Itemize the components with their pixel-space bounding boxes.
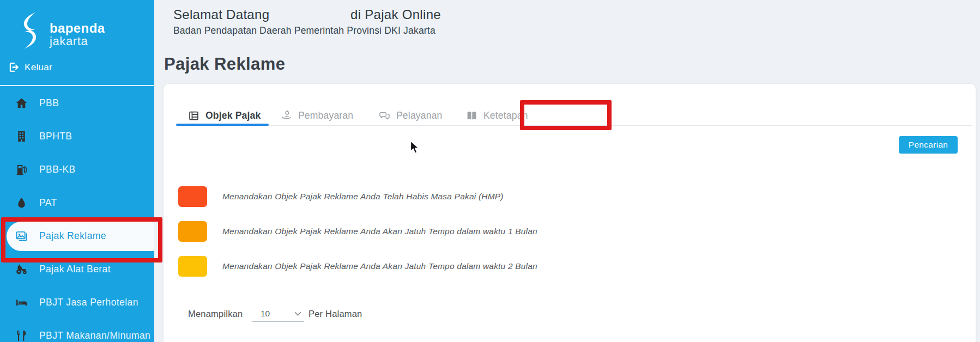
tab-bar-border — [177, 125, 972, 126]
tab-pelayanan[interactable]: Pelayanan — [379, 106, 443, 125]
sidebar-item-pbjt-jasa-perhotelan[interactable]: PBJT Jasa Perhotelan — [0, 286, 154, 319]
brand-text: bapenda jakarta — [50, 14, 105, 47]
legend-item-1-bulan: Menandakan Objek Pajak Reklame Anda Akan… — [178, 221, 537, 242]
per-page-value: 10 — [252, 309, 270, 319]
sidebar-item-pat[interactable]: PAT — [0, 186, 154, 219]
sidebar: bapenda jakarta Keluar PBB — [0, 0, 154, 342]
legend-item-hmp: Menandakan Objek Pajak Reklame Anda Tela… — [178, 186, 504, 207]
logout-label: Keluar — [25, 62, 52, 73]
logout-button[interactable]: Keluar — [8, 62, 52, 73]
brand-name-light: jakarta — [50, 35, 105, 47]
sidebar-item-label: Pajak Alat Berat — [39, 264, 111, 275]
sidebar-divider — [0, 85, 154, 86]
water-drop-icon — [15, 197, 28, 210]
sidebar-item-label: PBB — [39, 97, 59, 109]
chat-icon — [379, 110, 390, 121]
tab-ketetapan[interactable]: Ketetapan — [466, 106, 528, 125]
list-icon — [188, 110, 199, 121]
tab-pembayaran[interactable]: Pembayaran — [281, 106, 353, 125]
sidebar-item-pbjt-makanan-minuman[interactable]: PBJT Makanan/Minuman — [0, 319, 154, 342]
utensils-icon — [15, 329, 28, 342]
tab-bar: Objek Pajak Pembayaran — [164, 84, 976, 126]
app-screen: bapenda jakarta Keluar PBB — [0, 0, 980, 342]
sidebar-item-pbb-kb[interactable]: PBB-KB — [0, 153, 154, 186]
brand-name-bold: bapenda — [50, 21, 105, 35]
home-icon — [15, 97, 28, 110]
main-content: Selamat Datang di Pajak Online Badan Pen… — [154, 0, 980, 342]
page-title: Pajak Reklame — [164, 54, 285, 74]
legend-text: Menandakan Objek Pajak Reklame Anda Tela… — [222, 192, 504, 201]
legend-swatch-yellow — [178, 256, 207, 277]
legend-text: Menandakan Objek Pajak Reklame Anda Akan… — [222, 261, 537, 271]
bed-icon — [15, 296, 28, 309]
hand-coin-icon — [281, 110, 292, 121]
sidebar-item-bphtb[interactable]: BPHTB — [0, 120, 154, 153]
pagination-row: Menampilkan 10 Per Halaman — [188, 305, 362, 322]
book-icon — [466, 110, 477, 121]
brand-logo: bapenda jakarta — [18, 10, 105, 51]
welcome-suffix: di Pajak Online — [350, 7, 441, 22]
bapenda-logo-icon — [18, 10, 42, 51]
tab-label: Ketetapan — [483, 110, 528, 121]
legend-item-2-bulan: Menandakan Objek Pajak Reklame Anda Akan… — [178, 256, 537, 277]
sidebar-nav: PBB BPHTB PBB-KB — [0, 87, 154, 342]
tab-label: Pelayanan — [396, 110, 443, 121]
per-page-suffix-label: Per Halaman — [308, 309, 362, 319]
welcome-prefix: Selamat Datang — [173, 7, 269, 22]
sidebar-item-label: BPHTB — [39, 131, 72, 142]
sidebar-item-pbb[interactable]: PBB — [0, 87, 154, 120]
logout-icon — [8, 62, 20, 73]
content-card: Objek Pajak Pembayaran — [164, 84, 976, 342]
legend-swatch-red — [178, 186, 207, 207]
per-page-select[interactable]: 10 — [252, 306, 304, 322]
legend-swatch-orange — [178, 221, 207, 242]
sidebar-item-label: PBJT Makanan/Minuman — [39, 330, 150, 341]
sidebar-item-pajak-alat-berat[interactable]: Pajak Alat Berat — [0, 253, 154, 286]
chevron-down-icon — [294, 312, 301, 316]
pencarian-button[interactable]: Pencarian — [899, 136, 958, 154]
image-icon — [15, 230, 28, 243]
sidebar-item-label: Pajak Reklame — [39, 230, 106, 242]
fuel-pump-icon — [15, 163, 28, 176]
legend-text: Menandakan Objek Pajak Reklame Anda Akan… — [222, 227, 537, 236]
welcome-subtitle: Badan Pendapatan Daerah Pemerintah Provi… — [173, 25, 435, 36]
tab-objek-pajak[interactable]: Objek Pajak — [188, 106, 261, 125]
per-page-prefix-label: Menampilkan — [188, 309, 252, 319]
building-icon — [15, 130, 28, 143]
tab-label: Pembayaran — [298, 110, 353, 121]
tab-label: Objek Pajak — [205, 110, 261, 121]
sidebar-item-pajak-reklame[interactable]: Pajak Reklame — [0, 219, 154, 253]
tractor-icon — [15, 263, 28, 276]
sidebar-item-label: PBB-KB — [39, 164, 76, 175]
sidebar-item-label: PAT — [39, 197, 57, 209]
sidebar-item-label: PBJT Jasa Perhotelan — [39, 297, 138, 308]
